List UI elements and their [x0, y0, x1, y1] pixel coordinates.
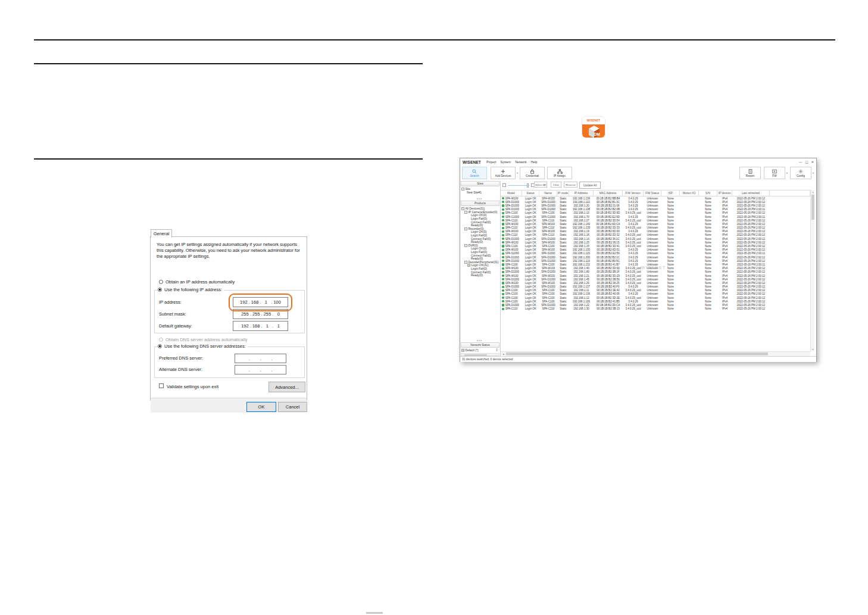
update-all-button[interactable]: Update All: [579, 182, 601, 189]
config-button[interactable]: Config: [790, 167, 811, 179]
column-header-ipver[interactable]: IP Version: [717, 191, 732, 196]
device-row[interactable]: SPA-W100Login OKSPA-W100Static192.168.1.…: [501, 222, 810, 226]
menu-project[interactable]: Project: [486, 160, 497, 164]
device-row[interactable]: SPA-C100Login OKSPA-C100Static192.168.1.…: [501, 244, 810, 248]
credential-button[interactable]: Credential: [520, 167, 545, 179]
validate-checkbox[interactable]: [159, 383, 164, 388]
device-row[interactable]: SPA-C110Login OKSPA-C110Static192.168.1.…: [501, 218, 810, 222]
device-row[interactable]: SPA-D1000Login OKSPA-D1000Static192.168.…: [501, 200, 810, 204]
expand-icon[interactable]: +: [467, 264, 470, 267]
spinner-control[interactable]: ▲▼: [496, 348, 498, 352]
column-header-refreshed[interactable]: Last refreshed: [732, 191, 770, 196]
spinner-down-icon[interactable]: ▼: [496, 350, 498, 352]
slider-thumb[interactable]: [527, 183, 529, 188]
column-header-fw[interactable]: F/W Version: [623, 191, 644, 196]
column-header-status[interactable]: Status: [522, 191, 539, 196]
radio-use-dns[interactable]: Use the following DNS server addresses:: [158, 344, 248, 349]
device-row[interactable]: SPA-D1000Login OKSPA-D1000Static192.168.…: [501, 270, 810, 274]
expand-icon[interactable]: +: [461, 349, 464, 352]
ok-button[interactable]: OK: [246, 402, 276, 412]
cancel-button[interactable]: Cancel: [278, 402, 307, 412]
preferred-dns-input[interactable]: . . .: [235, 354, 286, 363]
advanced-button[interactable]: Advanced...: [268, 382, 305, 392]
default-gateway-input[interactable]: 192 . 168 . 1 . 1: [233, 321, 288, 331]
panel-splitter[interactable]: [477, 340, 484, 341]
collapse-icon[interactable]: -: [464, 227, 467, 230]
scroll-up-icon[interactable]: ▲: [811, 190, 815, 194]
collapse-icon[interactable]: -: [464, 261, 467, 264]
device-row[interactable]: SPA-W100Login OKSPA-W100Static192.168.1.…: [501, 274, 810, 277]
device-row[interactable]: SPA-D1000Login OKSPA-D1000Static192.168.…: [501, 259, 810, 263]
device-row[interactable]: SPA-W100Login OKSPA-W100Static192.168.1.…: [501, 241, 810, 244]
clear-button[interactable]: Clear: [551, 182, 561, 188]
column-header-mode[interactable]: IP mode: [557, 191, 569, 196]
column-header-model[interactable]: Model: [501, 191, 522, 196]
column-header-sn[interactable]: S/N: [699, 191, 717, 196]
tab-general[interactable]: General: [151, 229, 172, 238]
close-button[interactable]: ✕: [811, 160, 814, 164]
add-devices-caret-icon[interactable]: ▾: [517, 171, 518, 174]
menu-system[interactable]: System: [501, 160, 511, 164]
wisenet-dm-app-icon[interactable]: WISENET DM: [582, 116, 605, 138]
tree-item[interactable]: Ready(0): [461, 274, 499, 277]
radio-use-ip[interactable]: Use the following IP address:: [158, 287, 224, 292]
device-row[interactable]: SPA-D1000Login OKSPA-D1000Static192.168.…: [501, 208, 810, 211]
minimize-button[interactable]: —: [799, 160, 802, 164]
device-row[interactable]: SPA-D1000Login OKSPA-D1000Static192.168.…: [501, 285, 810, 289]
collapse-icon[interactable]: -: [461, 207, 464, 210]
horizontal-scrollbar[interactable]: ◀: [501, 351, 810, 355]
small-thumbnail-icon[interactable]: [502, 183, 506, 187]
network-status-item[interactable]: + Default (*): [461, 349, 501, 352]
device-row[interactable]: SPA-W100Login OKSPA-W100Static192.168.1.…: [501, 281, 810, 285]
device-row[interactable]: SPA-C100Login OKSPA-C100Static192.168.1.…: [501, 292, 810, 296]
collapse-icon[interactable]: -: [464, 211, 467, 214]
device-row[interactable]: SPA-C100Login OKSPA-C100Static192.168.1.…: [501, 296, 810, 299]
scroll-down-icon[interactable]: ▼: [811, 347, 815, 351]
device-row[interactable]: SPA-S1000Login OKSPA-S1000Static192.168.…: [501, 252, 810, 255]
thumbnail-size-slider[interactable]: [508, 185, 529, 186]
scroll-thumb[interactable]: [506, 352, 768, 355]
column-header-motion[interactable]: Motion I/O: [680, 191, 699, 196]
fw-button[interactable]: FW: [764, 167, 785, 179]
device-row[interactable]: SPA-D1000Login OKSPA-D1000Static192.168.…: [501, 303, 810, 307]
column-header-fws[interactable]: F/W Status: [644, 191, 661, 196]
column-header-mac[interactable]: MAC Address: [594, 191, 623, 196]
device-row[interactable]: SPA-W100Login OKSPA-W100Static192.168.1.…: [501, 230, 810, 233]
radio-obtain-ip[interactable]: Obtain an IP address automatically: [159, 279, 235, 285]
column-header-isp[interactable]: ISP: [661, 191, 680, 196]
device-row[interactable]: SPA-C110Login OKSPA-C110Static192.168.1.…: [501, 307, 810, 311]
add-devices-button[interactable]: Add Devices: [491, 167, 516, 179]
device-row[interactable]: SPA-D1000Login OKSPA-D1000Static192.168.…: [501, 237, 810, 241]
vertical-scrollbar[interactable]: ▲ ▼: [810, 190, 814, 351]
device-row[interactable]: SPA-D1000Login OKSPA-D1000Static192.168.…: [501, 204, 810, 207]
device-row[interactable]: SPA-W100Login OKSPA-W100Static192.168.1.…: [501, 248, 810, 252]
panel-splitter[interactable]: [477, 198, 484, 199]
column-header-ip[interactable]: IP Address: [569, 191, 594, 196]
select-all-button[interactable]: Select All: [534, 182, 547, 188]
collapse-icon[interactable]: -: [464, 244, 467, 247]
device-row[interactable]: SPA-C100Login OKSPA-C100Static192.168.1.…: [501, 299, 810, 303]
search-button[interactable]: Search: [462, 167, 487, 179]
device-row[interactable]: SPA-C110Login OKSPA-C110Static192.168.1.…: [501, 226, 810, 230]
radio-obtain-dns[interactable]: Obtain DNS server address automatically: [159, 337, 248, 342]
device-row[interactable]: SPA-C100Login OKSPA-C100Static192.168.1.…: [501, 289, 810, 292]
fw-caret-icon[interactable]: ▾: [786, 171, 788, 174]
device-row[interactable]: SPA-W100Login OKSPA-W100Static192.168.1.…: [501, 196, 810, 200]
column-header-name[interactable]: Name: [539, 191, 557, 196]
config-caret-icon[interactable]: ▾: [813, 171, 814, 174]
device-row[interactable]: SPA-D1000Login OKSPA-D1000Static192.168.…: [501, 277, 810, 281]
report-button[interactable]: Report: [739, 167, 761, 179]
device-row[interactable]: SPA-D1000Login OKSPA-D1000Static192.168.…: [501, 255, 810, 259]
ip-assign-button[interactable]: IP Assign: [547, 167, 572, 179]
reverse-button[interactable]: Reverse: [564, 182, 577, 188]
alternate-dns-input[interactable]: . . .: [235, 365, 286, 374]
device-row[interactable]: SPA-C110Login OKSPA-C110Static192.168.1.…: [501, 233, 810, 237]
device-row[interactable]: SPA-C1000Login OKSPA-C1000Static192.168.…: [501, 215, 810, 218]
collapse-icon[interactable]: -: [461, 188, 464, 191]
scroll-thumb[interactable]: [811, 195, 814, 220]
menu-network[interactable]: Network: [515, 160, 526, 164]
menu-help[interactable]: Help: [531, 160, 538, 164]
device-row[interactable]: SPA-C100Login OKSPA-C100Static192.168.1.…: [501, 211, 810, 215]
tree-item-new-site[interactable]: New Site#1: [461, 191, 482, 195]
scroll-left-icon[interactable]: ◀: [501, 352, 505, 356]
